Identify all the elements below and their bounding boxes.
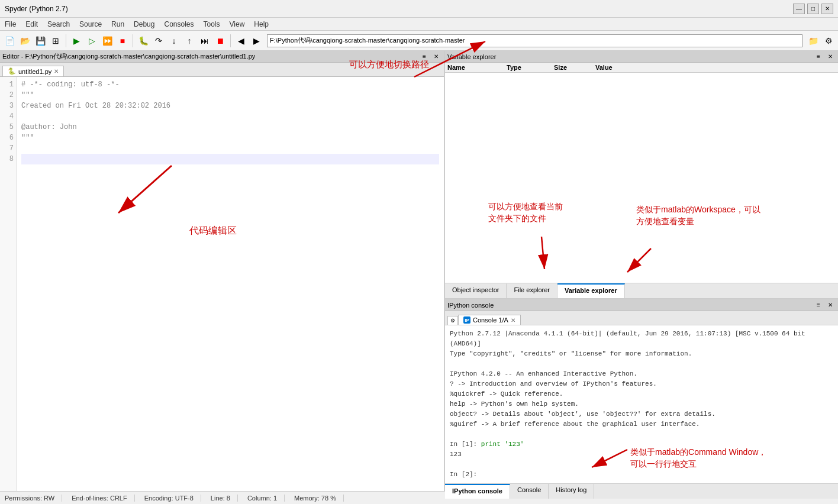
console-in1: In [1]: print '123' xyxy=(450,441,524,448)
menu-tools[interactable]: Tools xyxy=(199,19,225,30)
save-file-button[interactable]: 💾 xyxy=(33,34,47,48)
variable-explorer-title-text: Variable explorer xyxy=(447,53,496,60)
step-out-button[interactable]: ↑ xyxy=(182,34,196,48)
toolbar: 📄 📂 💾 ⊞ ▶ ▷ ⏩ ■ 🐛 ↷ ↓ ↑ ⏭ ⏹ ◀ ▶ 📁 ⚙ xyxy=(0,31,838,51)
separator-2 xyxy=(133,34,133,47)
btab-history-log[interactable]: History log xyxy=(549,484,594,499)
console-line-7: help -> Python's own help system. xyxy=(450,400,579,408)
status-permissions: Permissions: RW xyxy=(5,495,62,502)
editor-tab-icon: 🐍 xyxy=(8,67,16,75)
stop-debug-button[interactable]: ⏹ xyxy=(213,34,227,48)
right-panel: Variable explorer ≡ ✕ Name Type Size Val… xyxy=(445,51,838,491)
btab-ipython-console[interactable]: IPython console xyxy=(445,484,510,499)
menu-source[interactable]: Source xyxy=(75,19,107,30)
col-header-size: Size xyxy=(554,64,595,71)
variable-panel-tabs: Object inspector File explorer Variable … xyxy=(445,283,838,298)
menu-help[interactable]: Help xyxy=(249,19,273,30)
console-tab-1a[interactable]: IP Console 1/A ✕ xyxy=(458,315,521,325)
menu-view[interactable]: View xyxy=(225,19,250,30)
window-controls: — □ ✕ xyxy=(793,4,833,14)
menu-debug[interactable]: Debug xyxy=(129,19,159,30)
variable-explorer-panel: Variable explorer ≡ ✕ Name Type Size Val… xyxy=(445,51,838,299)
new-file-button[interactable]: 📄 xyxy=(2,34,17,48)
status-line: Line: 8 xyxy=(211,495,238,502)
var-explorer-options[interactable]: ≡ xyxy=(813,52,824,62)
minimize-button[interactable]: — xyxy=(793,4,805,14)
status-column: Column: 1 xyxy=(247,495,285,502)
main-content: Editor - F:\Python代码\cangqiong-scratch-m… xyxy=(0,51,838,491)
tab-variable-explorer[interactable]: Variable explorer xyxy=(557,283,625,298)
console-tab-badge: IP xyxy=(463,316,470,324)
separator-3 xyxy=(230,34,231,47)
save-all-button[interactable]: ⊞ xyxy=(49,34,63,48)
run-button[interactable]: ▶ xyxy=(69,34,83,48)
code-area[interactable]: 1 2 3 4 5 6 7 8 # -*- coding: utf-8 -*- … xyxy=(0,77,444,491)
col-header-name: Name xyxy=(447,64,507,71)
editor-title-bar: Editor - F:\Python代码\cangqiong-scratch-m… xyxy=(0,51,444,63)
console-tab-label: Console 1/A xyxy=(473,316,508,324)
run-cell-button[interactable]: ▷ xyxy=(85,34,99,48)
debug-button[interactable]: 🐛 xyxy=(136,34,150,48)
menu-file[interactable]: File xyxy=(0,19,21,30)
path-browse-button[interactable]: 📁 xyxy=(806,34,820,48)
editor-tab-close[interactable]: ✕ xyxy=(54,68,59,75)
open-file-button[interactable]: 📂 xyxy=(18,34,32,48)
editor-tabs: 🐍 untitled1.py ✕ xyxy=(0,63,444,77)
title-bar: Spyder (Python 2.7) — □ ✕ xyxy=(0,0,838,18)
btab-console[interactable]: Console xyxy=(510,484,549,499)
step-over-button[interactable]: ↷ xyxy=(152,34,166,48)
variable-explorer-title: Variable explorer ≡ ✕ xyxy=(445,51,838,63)
console-line-5: ? -> Introduction and overview of IPytho… xyxy=(450,380,657,387)
console-output[interactable]: Python 2.7.12 |Anaconda 4.1.1 (64-bit)| … xyxy=(445,325,838,483)
stop-button[interactable]: ■ xyxy=(115,34,130,48)
menu-bar: File Edit Search Source Run Debug Consol… xyxy=(0,18,838,31)
status-encoding: Encoding: UTF-8 xyxy=(144,495,201,502)
menu-consoles[interactable]: Consoles xyxy=(159,19,198,30)
ipython-close[interactable]: ✕ xyxy=(825,301,836,310)
maximize-button[interactable]: □ xyxy=(807,4,819,14)
editor-options-button[interactable]: ≡ xyxy=(419,52,430,62)
console-out1: 123 xyxy=(450,451,462,458)
variable-table-header: Name Type Size Value xyxy=(445,63,838,73)
ipython-title-text: IPython console xyxy=(447,302,494,309)
app-title: Spyder (Python 2.7) xyxy=(5,5,68,13)
ipython-options[interactable]: ≡ xyxy=(813,301,824,310)
back-button[interactable]: ◀ xyxy=(234,34,248,48)
var-explorer-close[interactable]: ✕ xyxy=(825,52,836,62)
console-tab-options[interactable]: ⚙ xyxy=(447,316,458,325)
ipython-title: IPython console ≡ ✕ xyxy=(445,299,838,311)
menu-edit[interactable]: Edit xyxy=(21,19,43,30)
editor-tab-label: untitled1.py xyxy=(18,68,51,75)
ipython-panel: IPython console ≡ ✕ ⚙ IP Console 1/A ✕ xyxy=(445,299,838,499)
continue-button[interactable]: ⏭ xyxy=(198,34,212,48)
path-bar[interactable] xyxy=(267,34,802,47)
path-settings-button[interactable]: ⚙ xyxy=(821,34,836,48)
forward-button[interactable]: ▶ xyxy=(249,34,263,48)
editor-title-text: Editor - F:\Python代码\cangqiong-scratch-m… xyxy=(2,52,255,61)
separator-1 xyxy=(66,34,66,47)
close-button[interactable]: ✕ xyxy=(821,4,833,14)
col-header-type: Type xyxy=(507,64,554,71)
code-content[interactable]: # -*- coding: utf-8 -*- """ Created on F… xyxy=(17,77,444,491)
console-tab-icon: ⚙ xyxy=(450,318,455,324)
editor-panel: Editor - F:\Python代码\cangqiong-scratch-m… xyxy=(0,51,445,491)
menu-search[interactable]: Search xyxy=(43,19,75,30)
status-memory: Memory: 78 % xyxy=(294,495,344,502)
path-input[interactable] xyxy=(270,37,800,44)
console-line-1: Python 2.7.12 |Anaconda 4.1.1 (64-bit)| … xyxy=(450,330,805,337)
tab-object-inspector[interactable]: Object inspector xyxy=(445,283,507,298)
editor-close-button[interactable]: ✕ xyxy=(431,52,441,62)
menu-run[interactable]: Run xyxy=(107,19,129,30)
console-line-8: object? -> Details about 'object', use '… xyxy=(450,411,715,418)
tab-file-explorer[interactable]: File explorer xyxy=(507,283,557,298)
run-selection-button[interactable]: ⏩ xyxy=(100,34,114,48)
console-tab-close[interactable]: ✕ xyxy=(511,317,515,324)
ipython-tabs-bar: ⚙ IP Console 1/A ✕ xyxy=(445,311,838,325)
status-eol: End-of-lines: CRLF xyxy=(72,495,135,502)
console-line-6: %quickref -> Quick reference. xyxy=(450,390,563,398)
step-into-button[interactable]: ↓ xyxy=(167,34,181,48)
console-line-2: (AMD64)] xyxy=(450,340,481,347)
variable-table-body xyxy=(445,73,838,283)
editor-tab-untitled1[interactable]: 🐍 untitled1.py ✕ xyxy=(2,66,64,76)
console-line-3: Type "copyright", "credits" or "license"… xyxy=(450,350,692,357)
